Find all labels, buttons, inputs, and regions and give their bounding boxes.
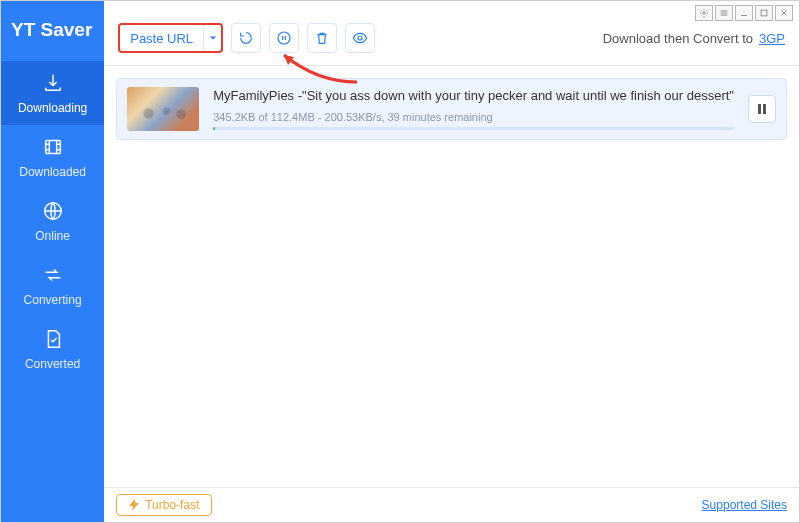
progress-bar-fill [213, 127, 215, 130]
pause-all-button[interactable] [269, 23, 299, 53]
sidebar-item-label: Online [35, 229, 70, 243]
supported-sites-link[interactable]: Supported Sites [702, 498, 787, 512]
progress-bar [213, 127, 734, 130]
svg-rect-6 [758, 104, 761, 114]
pause-download-button[interactable] [748, 95, 776, 123]
sidebar-item-converted[interactable]: Converted [1, 317, 104, 381]
sidebar-item-downloaded[interactable]: Downloaded [1, 125, 104, 189]
refresh-button[interactable] [231, 23, 261, 53]
video-thumbnail [127, 87, 199, 131]
svg-rect-0 [45, 141, 60, 154]
eye-icon [352, 30, 368, 46]
sidebar-nav: Downloading Downloaded Online Converting [1, 61, 104, 381]
trash-icon [314, 30, 330, 46]
download-title: MyFamilyPies -"Sit you ass down with you… [213, 88, 734, 103]
download-list: MyFamilyPies -"Sit you ass down with you… [104, 66, 799, 487]
preview-button[interactable] [345, 23, 375, 53]
svg-point-4 [278, 32, 290, 44]
paste-url-button[interactable]: Paste URL [118, 23, 223, 53]
document-check-icon [41, 327, 65, 351]
download-status: 345.2KB of 112.4MB - 200.53KB/s, 39 minu… [213, 111, 734, 123]
film-icon [41, 135, 65, 159]
toolbar: Paste URL Download then Convert to 3GP [104, 1, 799, 66]
pause-circle-icon [276, 30, 292, 46]
sidebar-item-label: Downloading [18, 101, 87, 115]
sidebar-item-label: Converting [24, 293, 82, 307]
download-item[interactable]: MyFamilyPies -"Sit you ass down with you… [116, 78, 787, 140]
globe-icon [41, 199, 65, 223]
convert-label: Download then Convert to [603, 31, 753, 46]
convert-icon [41, 263, 65, 287]
app-logo: YT Saver [1, 1, 104, 61]
sidebar: YT Saver Downloading Downloaded Online [1, 1, 104, 522]
toolbar-right: Download then Convert to 3GP [603, 31, 785, 46]
paste-url-label: Paste URL [120, 25, 203, 51]
refresh-icon [238, 30, 254, 46]
download-icon [41, 71, 65, 95]
footer: Turbo-fast Supported Sites [104, 487, 799, 522]
pause-icon [756, 103, 768, 115]
caret-down-icon [209, 34, 217, 42]
app-window: YT Saver Downloading Downloaded Online [0, 0, 800, 523]
convert-format-link[interactable]: 3GP [759, 31, 785, 46]
turbo-label: Turbo-fast [145, 498, 199, 512]
sidebar-item-online[interactable]: Online [1, 189, 104, 253]
paste-url-dropdown[interactable] [203, 25, 221, 51]
turbo-fast-button[interactable]: Turbo-fast [116, 494, 212, 516]
delete-button[interactable] [307, 23, 337, 53]
svg-rect-7 [763, 104, 766, 114]
sidebar-item-label: Converted [25, 357, 80, 371]
bolt-icon [129, 499, 139, 511]
sidebar-item-converting[interactable]: Converting [1, 253, 104, 317]
sidebar-item-label: Downloaded [19, 165, 86, 179]
sidebar-item-downloading[interactable]: Downloading [1, 61, 104, 125]
download-info: MyFamilyPies -"Sit you ass down with you… [213, 88, 734, 130]
svg-point-5 [358, 36, 362, 40]
main-panel: Paste URL Download then Convert to 3GP [104, 1, 799, 522]
